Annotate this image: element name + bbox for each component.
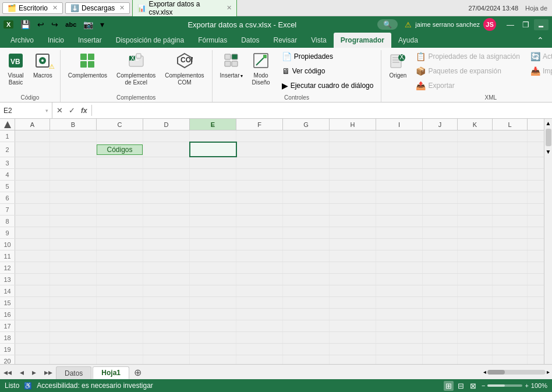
col-header-C[interactable]: C xyxy=(97,119,143,130)
cell-H7[interactable] xyxy=(330,204,376,215)
cell-H12[interactable] xyxy=(330,262,376,273)
cell-D2[interactable] xyxy=(143,142,190,157)
col-header-G[interactable]: G xyxy=(283,119,330,130)
cell-L15[interactable] xyxy=(493,297,528,308)
cell-J5[interactable] xyxy=(423,181,458,192)
cell-K4[interactable] xyxy=(458,169,493,180)
cell-E1[interactable] xyxy=(190,130,236,142)
cell-B6[interactable] xyxy=(50,192,97,203)
cell-B12[interactable] xyxy=(50,262,97,273)
cell-H17[interactable] xyxy=(330,320,376,331)
redo-icon[interactable]: ↪ xyxy=(49,19,61,30)
cell-B3[interactable] xyxy=(50,157,97,168)
cell-E2[interactable] xyxy=(190,142,236,157)
cell-L5[interactable] xyxy=(493,181,528,192)
cell-J15[interactable] xyxy=(423,297,458,308)
cell-K15[interactable] xyxy=(458,297,493,308)
cell-D15[interactable] xyxy=(143,297,190,308)
insert-function-icon[interactable]: fx xyxy=(79,105,89,116)
cell-H3[interactable] xyxy=(330,157,376,168)
cell-K14[interactable] xyxy=(458,285,493,296)
customize-qa-icon[interactable]: ▾ xyxy=(98,19,107,30)
cell-E18[interactable] xyxy=(190,332,236,343)
cell-D20[interactable] xyxy=(143,355,190,364)
close-taskbar-item2[interactable]: ✕ xyxy=(119,4,125,12)
cell-C3[interactable] xyxy=(97,157,143,168)
cell-D6[interactable] xyxy=(143,192,190,203)
cell-A15[interactable] xyxy=(15,297,50,308)
cell-E15[interactable] xyxy=(190,297,236,308)
propiedades-asignacion-button[interactable]: 📋 Propiedades de la asignación xyxy=(412,50,523,63)
cell-D9[interactable] xyxy=(143,227,190,238)
row-num-10[interactable]: 10 xyxy=(0,239,15,250)
cell-A16[interactable] xyxy=(15,309,50,320)
col-header-K[interactable]: K xyxy=(458,119,493,130)
tab-ayuda[interactable]: Ayuda xyxy=(391,33,425,48)
cell-F16[interactable] xyxy=(236,309,283,320)
taskbar-item-excel[interactable]: 📊 Exportar datos a csv.xlsx ✕ xyxy=(132,0,237,18)
zoom-in-button[interactable]: + xyxy=(525,382,528,389)
cell-F3[interactable] xyxy=(236,157,283,168)
sheet-next-button[interactable]: ▸ xyxy=(29,368,40,377)
cell-I13[interactable] xyxy=(376,274,423,285)
cell-F7[interactable] xyxy=(236,204,283,215)
col-header-B[interactable]: B xyxy=(50,119,97,130)
cell-B13[interactable] xyxy=(50,274,97,285)
cell-F9[interactable] xyxy=(236,227,283,238)
row-num-16[interactable]: 16 xyxy=(0,309,15,320)
cell-E20[interactable] xyxy=(190,355,236,364)
cell-G8[interactable] xyxy=(283,216,330,227)
cell-K9[interactable] xyxy=(458,227,493,238)
cell-A13[interactable] xyxy=(15,274,50,285)
cell-K11[interactable] xyxy=(458,250,493,262)
cell-B2[interactable] xyxy=(50,142,97,157)
cell-A18[interactable] xyxy=(15,332,50,343)
minimize-ribbon-button[interactable]: 🗕 xyxy=(534,19,549,30)
cell-B5[interactable] xyxy=(50,181,97,192)
scroll-thumb-v[interactable] xyxy=(546,129,551,146)
cell-J16[interactable] xyxy=(423,309,458,320)
cell-A20[interactable] xyxy=(15,355,50,364)
col-header-D[interactable]: D xyxy=(143,119,190,130)
cell-I18[interactable] xyxy=(376,332,423,343)
cell-H5[interactable] xyxy=(330,181,376,192)
tab-archivo[interactable]: Archivo xyxy=(3,33,41,48)
cell-B14[interactable] xyxy=(50,285,97,296)
cell-D8[interactable] xyxy=(143,216,190,227)
cell-I17[interactable] xyxy=(376,320,423,331)
cell-D18[interactable] xyxy=(143,332,190,343)
cell-H10[interactable] xyxy=(330,239,376,250)
cell-J3[interactable] xyxy=(423,157,458,168)
cell-H18[interactable] xyxy=(330,332,376,343)
cell-B20[interactable] xyxy=(50,355,97,364)
cell-L1[interactable] xyxy=(493,130,528,142)
cell-H4[interactable] xyxy=(330,169,376,180)
spelling-icon[interactable]: abc xyxy=(63,20,79,29)
cell-G1[interactable] xyxy=(283,130,330,142)
cell-J1[interactable] xyxy=(423,130,458,142)
cell-C8[interactable] xyxy=(97,216,143,227)
cell-L13[interactable] xyxy=(493,274,528,285)
restore-button[interactable]: ❐ xyxy=(519,19,533,30)
cell-G13[interactable] xyxy=(283,274,330,285)
cell-A8[interactable] xyxy=(15,216,50,227)
cell-D1[interactable] xyxy=(143,130,190,142)
cell-C14[interactable] xyxy=(97,285,143,296)
row-num-9[interactable]: 9 xyxy=(0,227,15,238)
cell-L11[interactable] xyxy=(493,250,528,262)
cell-H19[interactable] xyxy=(330,344,376,355)
cell-A2[interactable] xyxy=(15,142,50,157)
cell-A4[interactable] xyxy=(15,169,50,180)
cell-G9[interactable] xyxy=(283,227,330,238)
cell-I1[interactable] xyxy=(376,130,423,142)
cell-B7[interactable] xyxy=(50,204,97,215)
cell-B9[interactable] xyxy=(50,227,97,238)
normal-view-icon[interactable]: ⊞ xyxy=(444,381,454,391)
cell-K5[interactable] xyxy=(458,181,493,192)
cell-F5[interactable] xyxy=(236,181,283,192)
col-header-L[interactable]: L xyxy=(493,119,528,130)
sheet-tab-datos[interactable]: Datos xyxy=(56,366,91,379)
insertar-control-button[interactable]: Insertar ▾ xyxy=(216,50,247,82)
search-box[interactable]: 🔍 xyxy=(377,19,398,30)
cell-K1[interactable] xyxy=(458,130,493,142)
